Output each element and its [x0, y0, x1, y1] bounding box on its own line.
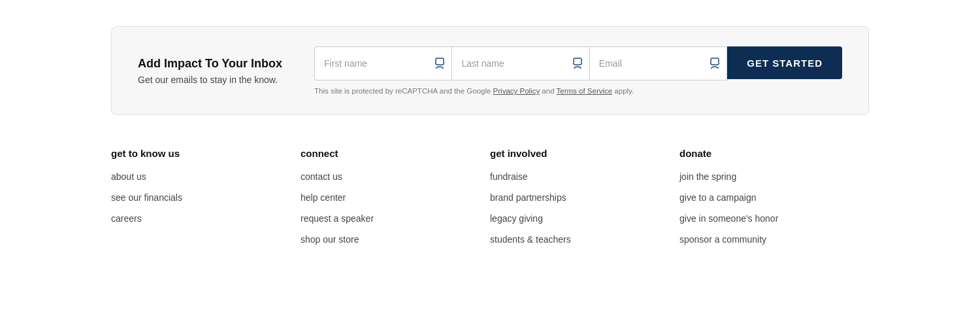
svg-rect-1 — [574, 58, 581, 65]
list-item: careers — [111, 213, 301, 224]
recaptcha-text-prefix: This site is protected by reCAPTCHA and … — [314, 87, 493, 95]
last-name-icon — [572, 57, 583, 70]
about-us-link[interactable]: about us — [111, 171, 146, 182]
list-item: help center — [301, 192, 490, 203]
footer-nav: get to know us about us see our financia… — [111, 148, 869, 254]
give-to-campaign-link[interactable]: give to a campaign — [679, 192, 757, 203]
list-item: legacy giving — [490, 213, 679, 224]
list-item: give in someone's honor — [679, 213, 869, 224]
join-the-spring-link[interactable]: join the spring — [679, 171, 736, 182]
footer-col-donate: donate join the spring give to a campaig… — [679, 148, 869, 254]
signup-text-block: Add Impact To Your Inbox Get our emails … — [138, 57, 288, 85]
svg-rect-2 — [711, 58, 719, 65]
signup-inputs-row: GET STARTED — [314, 46, 842, 80]
brand-partnerships-link[interactable]: brand partnerships — [490, 192, 566, 203]
signup-form: GET STARTED This site is protected by re… — [314, 46, 842, 95]
privacy-policy-link[interactable]: Privacy Policy — [493, 87, 540, 95]
first-name-icon — [434, 57, 445, 70]
signup-section: Add Impact To Your Inbox Get our emails … — [111, 26, 869, 115]
email-icon — [710, 57, 720, 70]
footer-col-connect: connect contact us help center request a… — [301, 148, 490, 254]
list-item: contact us — [301, 171, 490, 182]
shop-our-store-link[interactable]: shop our store — [301, 234, 359, 245]
help-center-link[interactable]: help center — [301, 192, 346, 203]
recaptcha-notice: This site is protected by reCAPTCHA and … — [314, 87, 842, 95]
students-teachers-link[interactable]: students & teachers — [490, 234, 571, 245]
footer-col-get-involved-heading: get involved — [490, 148, 679, 159]
email-wrapper — [589, 46, 727, 80]
footer-col-know-us: get to know us about us see our financia… — [111, 148, 301, 254]
list-item: request a speaker — [301, 213, 490, 224]
fundraise-link[interactable]: fundraise — [490, 171, 528, 182]
email-input[interactable] — [590, 47, 727, 80]
legacy-giving-link[interactable]: legacy giving — [490, 213, 543, 224]
request-speaker-link[interactable]: request a speaker — [301, 213, 374, 224]
list-item: brand partnerships — [490, 192, 679, 203]
recaptcha-and: and — [540, 87, 556, 95]
get-started-button[interactable]: GET STARTED — [727, 46, 842, 79]
list-item: join the spring — [679, 171, 869, 182]
footer-col-get-involved: get involved fundraise brand partnership… — [490, 148, 679, 254]
last-name-input[interactable] — [452, 47, 589, 80]
careers-link[interactable]: careers — [111, 213, 142, 224]
svg-rect-0 — [436, 58, 444, 65]
signup-heading: Add Impact To Your Inbox — [138, 57, 288, 71]
list-item: sponsor a community — [679, 234, 869, 245]
first-name-input[interactable] — [315, 47, 451, 80]
sponsor-community-link[interactable]: sponsor a community — [679, 234, 766, 245]
recaptcha-apply: apply. — [612, 87, 634, 95]
terms-of-service-link[interactable]: Terms of Service — [557, 87, 613, 95]
give-in-honor-link[interactable]: give in someone's honor — [679, 213, 778, 224]
list-item: see our financials — [111, 192, 301, 203]
list-item: students & teachers — [490, 234, 679, 245]
footer-col-connect-heading: connect — [301, 148, 490, 159]
list-item: fundraise — [490, 171, 679, 182]
see-our-financials-link[interactable]: see our financials — [111, 192, 182, 203]
contact-us-link[interactable]: contact us — [301, 171, 342, 182]
signup-subheading: Get our emails to stay in the know. — [138, 75, 288, 85]
last-name-wrapper — [451, 46, 589, 80]
list-item: about us — [111, 171, 301, 182]
first-name-wrapper — [314, 46, 451, 80]
list-item: shop our store — [301, 234, 490, 245]
footer-col-know-us-heading: get to know us — [111, 148, 301, 159]
footer-col-donate-heading: donate — [679, 148, 869, 159]
list-item: give to a campaign — [679, 192, 869, 203]
